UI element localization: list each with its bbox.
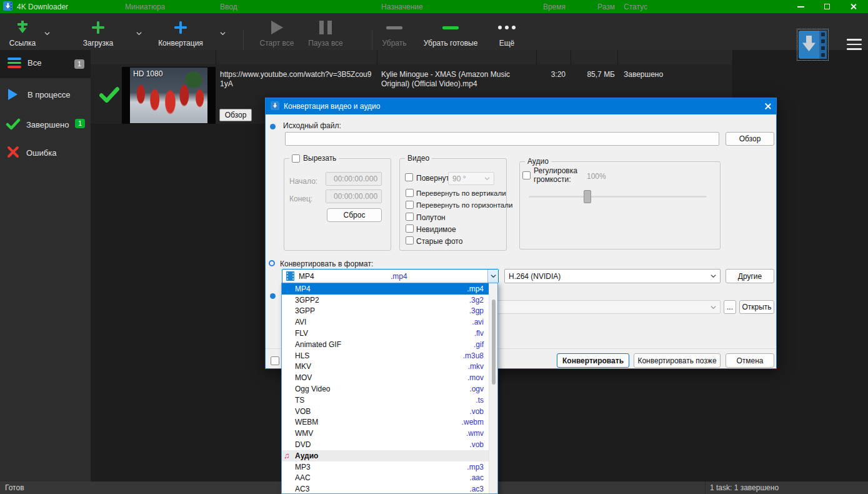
flip-vertical-label: Перевернуть по вертикали <box>416 189 506 197</box>
column-header-input[interactable]: Ввод <box>220 0 237 14</box>
others-button[interactable]: Другие <box>726 269 774 283</box>
pause-icon <box>319 19 332 36</box>
menu-icon[interactable] <box>847 39 862 50</box>
column-header-destination[interactable]: Назначение <box>381 0 423 14</box>
format-selected-value: MP4 <box>295 272 314 281</box>
add-conversion-button[interactable]: Конвертация <box>154 16 207 48</box>
format-option-ac3[interactable]: AC3.ac3 <box>282 483 489 494</box>
format-option-mov[interactable]: MOV.mov <box>282 372 489 383</box>
dialog-header[interactable]: Конвертация видео и аудио <box>266 98 776 114</box>
output-more-button[interactable]: ... <box>724 300 736 314</box>
start-all-button[interactable]: Старт все <box>256 16 297 48</box>
volume-checkbox[interactable] <box>522 171 531 179</box>
cut-start-input[interactable]: 00:00:00.000 <box>326 172 382 186</box>
video-thumbnail[interactable]: HD 1080 <box>122 67 216 124</box>
format-option-3gpp2[interactable]: 3GPP2.3g2 <box>282 295 489 306</box>
column-header-thumbnail[interactable]: Миниатюра <box>125 0 165 14</box>
video-group-title: Видео <box>405 154 432 163</box>
close-icon <box>850 3 857 10</box>
halftone-checkbox[interactable] <box>406 213 414 221</box>
column-header-time[interactable]: Время <box>525 0 566 14</box>
format-option-hls[interactable]: HLS.m3u8 <box>282 350 489 361</box>
format-option-wmv[interactable]: WMV.wmv <box>282 428 489 439</box>
format-option-ogg[interactable]: Ogg Video.ogv <box>282 383 489 395</box>
dropdown-scrollbar-thumb[interactable] <box>492 300 496 385</box>
rotate-checkbox[interactable] <box>405 173 413 181</box>
volume-value: 100% <box>587 172 606 181</box>
thumbnail-image: HD 1080 <box>130 68 207 123</box>
row-status: Завершено <box>624 70 663 79</box>
volume-slider-track[interactable] <box>529 196 707 198</box>
row-browse-button[interactable]: Обзор <box>219 109 252 121</box>
invisible-checkbox[interactable] <box>406 224 414 233</box>
check-icon <box>6 116 21 133</box>
remove-button[interactable]: Убрать <box>377 16 411 48</box>
format-option-webm[interactable]: WEBM.webm <box>282 417 489 428</box>
minus-green-icon <box>442 19 459 36</box>
format-option-gif[interactable]: Animated GIF.gif <box>282 339 489 350</box>
cut-end-input[interactable]: 00:00:00.000 <box>326 189 382 203</box>
column-header-status[interactable]: Статус <box>624 0 647 14</box>
pause-all-button[interactable]: Пауза все <box>304 16 347 48</box>
format-option-dvd[interactable]: DVD.vob <box>282 439 489 450</box>
codec-combobox[interactable]: H.264 (NVIDIA) <box>504 269 721 283</box>
sidebar-item-done[interactable]: Завершено <box>6 116 69 133</box>
convert-later-button[interactable]: Конвертировать позже <box>634 353 721 368</box>
format-option-3gpp[interactable]: 3GPP.3gp <box>282 306 489 317</box>
maximize-button[interactable] <box>817 0 836 13</box>
convert-button[interactable]: Конвертировать <box>557 353 629 368</box>
format-combo-arrow[interactable] <box>487 270 498 283</box>
column-header-size[interactable]: Разм <box>571 0 615 14</box>
cut-group-title: Вырезать <box>303 154 336 163</box>
add-download-button[interactable]: Загрузка <box>77 16 119 48</box>
add-link-menu-button[interactable] <box>41 27 53 39</box>
close-button[interactable] <box>844 0 862 13</box>
sidebar-item-in-progress[interactable]: В процессе <box>8 89 71 100</box>
cut-end-label: Конец: <box>289 194 312 203</box>
pause-all-label: Пауза все <box>308 39 343 48</box>
dialog-close-icon[interactable] <box>764 103 771 110</box>
dropdown-scrollbar[interactable] <box>489 283 497 493</box>
flip-vertical-checkbox[interactable] <box>406 189 414 197</box>
sidebar-item-all[interactable]: Все <box>7 58 41 68</box>
section-bullet-icon <box>270 293 276 299</box>
add-link-button[interactable]: Ссылка <box>4 16 41 48</box>
format-option-flv[interactable]: FLV.flv <box>282 328 489 339</box>
add-conversion-menu-button[interactable] <box>216 27 229 39</box>
format-option-ts[interactable]: TS.ts <box>282 395 489 406</box>
flip-horizontal-label: Перевернуть по горизонтали <box>416 201 512 209</box>
footer-checkbox[interactable] <box>271 356 279 365</box>
more-button[interactable]: Ещё <box>494 16 519 48</box>
add-download-menu-button[interactable] <box>132 27 145 39</box>
source-file-label: Исходный файл: <box>283 121 341 130</box>
sidebar-item-label: Все <box>27 58 41 68</box>
chevron-down-icon <box>220 31 226 36</box>
chevron-down-icon <box>484 176 490 181</box>
format-option-mkv[interactable]: MKV.mkv <box>282 361 489 373</box>
cut-checkbox[interactable] <box>292 154 300 163</box>
format-selected-ext: .mp4 <box>391 272 411 281</box>
volume-slider-thumb[interactable] <box>584 190 591 203</box>
minimize-button[interactable] <box>791 0 810 13</box>
format-option-avi[interactable]: AVI.avi <box>282 316 489 328</box>
cancel-button[interactable]: Отмена <box>726 353 774 368</box>
old-photo-checkbox[interactable] <box>406 236 414 244</box>
table-header <box>91 50 732 64</box>
flip-horizontal-checkbox[interactable] <box>406 201 414 209</box>
app-icon <box>3 1 12 13</box>
app-window: 4K Downloader Ссылка Загрузка Конве <box>0 0 868 494</box>
maximize-icon <box>824 4 830 9</box>
sidebar-item-error[interactable]: Ошибка <box>7 146 56 160</box>
format-option-mp4[interactable]: MP4.mp4 <box>282 283 489 295</box>
rotate-combobox[interactable]: 90 ° <box>448 172 494 185</box>
format-combobox[interactable]: MP4 .mp4 <box>282 269 499 283</box>
source-file-input[interactable] <box>285 132 719 146</box>
remove-done-button[interactable]: Убрать готовые <box>416 16 485 48</box>
dialog-browse-button[interactable]: Обзор <box>726 132 774 146</box>
app-logo-button[interactable] <box>799 31 827 59</box>
cut-reset-button[interactable]: Сброс <box>327 208 382 222</box>
format-option-mp3[interactable]: MP3.mp3 <box>282 461 489 473</box>
open-button[interactable]: Открыть <box>739 300 774 314</box>
format-option-aac[interactable]: AAC.aac <box>282 473 489 484</box>
format-option-vob[interactable]: VOB.vob <box>282 406 489 417</box>
